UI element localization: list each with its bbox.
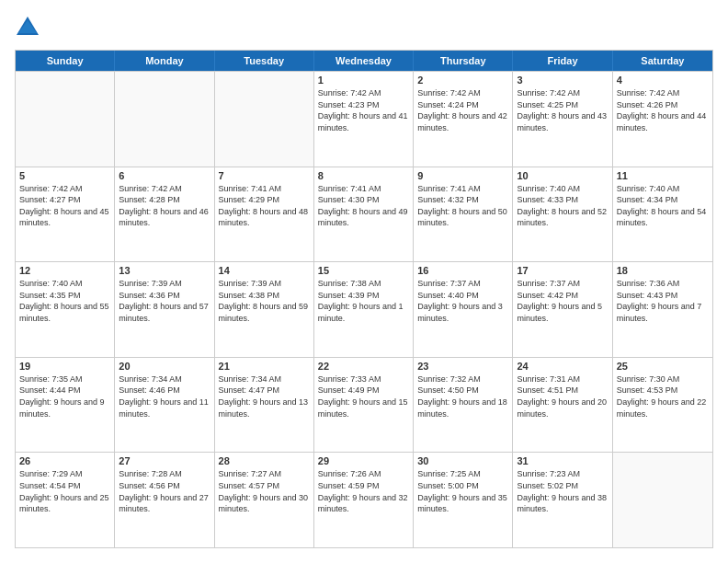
day-info: Sunrise: 7:34 AM Sunset: 4:47 PM Dayligh… [219,373,310,419]
weekday-header-saturday: Saturday [613,51,712,71]
day-info: Sunrise: 7:29 AM Sunset: 4:54 PM Dayligh… [19,468,110,514]
day-number: 10 [517,170,608,181]
day-cell-8: 8Sunrise: 7:41 AM Sunset: 4:30 PM Daylig… [314,167,414,262]
day-info: Sunrise: 7:41 AM Sunset: 4:32 PM Dayligh… [417,183,508,229]
weekday-header-friday: Friday [513,51,612,71]
day-number: 4 [617,75,709,86]
day-info: Sunrise: 7:30 AM Sunset: 4:53 PM Dayligh… [617,373,709,419]
logo [15,15,44,40]
day-number: 8 [318,170,409,181]
day-number: 30 [417,455,508,466]
calendar-header: SundayMondayTuesdayWednesdayThursdayFrid… [16,51,712,71]
day-number: 1 [318,75,409,86]
day-cell-16: 16Sunrise: 7:37 AM Sunset: 4:40 PM Dayli… [414,262,513,357]
day-info: Sunrise: 7:36 AM Sunset: 4:43 PM Dayligh… [617,278,709,324]
day-cell-26: 26Sunrise: 7:29 AM Sunset: 4:54 PM Dayli… [16,453,115,547]
day-info: Sunrise: 7:31 AM Sunset: 4:51 PM Dayligh… [517,373,608,419]
day-cell-17: 17Sunrise: 7:37 AM Sunset: 4:42 PM Dayli… [513,262,612,357]
day-info: Sunrise: 7:42 AM Sunset: 4:27 PM Dayligh… [19,183,110,229]
day-number: 31 [517,455,608,466]
svg-marker-1 [18,20,37,33]
calendar-row-4: 26Sunrise: 7:29 AM Sunset: 4:54 PM Dayli… [16,452,712,547]
weekday-header-sunday: Sunday [16,51,115,71]
day-info: Sunrise: 7:42 AM Sunset: 4:25 PM Dayligh… [517,87,608,133]
day-cell-21: 21Sunrise: 7:34 AM Sunset: 4:47 PM Dayli… [215,358,314,453]
day-info: Sunrise: 7:38 AM Sunset: 4:39 PM Dayligh… [318,278,409,324]
day-number: 6 [119,170,210,181]
day-cell-27: 27Sunrise: 7:28 AM Sunset: 4:56 PM Dayli… [115,453,214,547]
day-number: 25 [617,361,709,372]
day-number: 5 [19,170,110,181]
day-cell-empty-0-1 [115,72,214,167]
day-number: 15 [318,265,409,276]
day-cell-28: 28Sunrise: 7:27 AM Sunset: 4:57 PM Dayli… [215,453,314,547]
day-info: Sunrise: 7:39 AM Sunset: 4:36 PM Dayligh… [119,278,210,324]
day-cell-31: 31Sunrise: 7:23 AM Sunset: 5:02 PM Dayli… [513,453,612,547]
day-number: 19 [19,361,110,372]
day-cell-7: 7Sunrise: 7:41 AM Sunset: 4:29 PM Daylig… [215,167,314,262]
calendar-row-3: 19Sunrise: 7:35 AM Sunset: 4:44 PM Dayli… [16,357,712,453]
day-number: 11 [617,170,709,181]
day-info: Sunrise: 7:35 AM Sunset: 4:44 PM Dayligh… [19,373,110,419]
day-number: 7 [219,170,310,181]
day-cell-4: 4Sunrise: 7:42 AM Sunset: 4:26 PM Daylig… [613,72,712,167]
day-info: Sunrise: 7:25 AM Sunset: 5:00 PM Dayligh… [417,468,508,514]
day-info: Sunrise: 7:37 AM Sunset: 4:42 PM Dayligh… [517,278,608,324]
day-cell-3: 3Sunrise: 7:42 AM Sunset: 4:25 PM Daylig… [513,72,612,167]
day-number: 18 [617,265,709,276]
day-cell-empty-0-2 [215,72,314,167]
day-info: Sunrise: 7:42 AM Sunset: 4:23 PM Dayligh… [318,87,409,133]
calendar-body: 1Sunrise: 7:42 AM Sunset: 4:23 PM Daylig… [16,71,712,547]
day-info: Sunrise: 7:33 AM Sunset: 4:49 PM Dayligh… [318,373,409,419]
day-cell-23: 23Sunrise: 7:32 AM Sunset: 4:50 PM Dayli… [414,358,513,453]
day-cell-empty-0-0 [16,72,115,167]
day-cell-1: 1Sunrise: 7:42 AM Sunset: 4:23 PM Daylig… [314,72,414,167]
day-number: 22 [318,361,409,372]
day-info: Sunrise: 7:41 AM Sunset: 4:29 PM Dayligh… [219,183,310,229]
day-number: 21 [219,361,310,372]
day-cell-14: 14Sunrise: 7:39 AM Sunset: 4:38 PM Dayli… [215,262,314,357]
day-info: Sunrise: 7:27 AM Sunset: 4:57 PM Dayligh… [219,468,310,514]
page: SundayMondayTuesdayWednesdayThursdayFrid… [0,0,728,563]
day-number: 16 [417,265,508,276]
header [15,15,713,40]
day-cell-11: 11Sunrise: 7:40 AM Sunset: 4:34 PM Dayli… [613,167,712,262]
day-number: 29 [318,455,409,466]
day-number: 24 [517,361,608,372]
day-number: 27 [119,455,210,466]
day-cell-6: 6Sunrise: 7:42 AM Sunset: 4:28 PM Daylig… [115,167,214,262]
day-info: Sunrise: 7:40 AM Sunset: 4:33 PM Dayligh… [517,183,608,229]
day-info: Sunrise: 7:39 AM Sunset: 4:38 PM Dayligh… [219,278,310,324]
day-cell-18: 18Sunrise: 7:36 AM Sunset: 4:43 PM Dayli… [613,262,712,357]
day-number: 13 [119,265,210,276]
day-number: 14 [219,265,310,276]
day-number: 3 [517,75,608,86]
calendar-row-0: 1Sunrise: 7:42 AM Sunset: 4:23 PM Daylig… [16,71,712,167]
day-info: Sunrise: 7:42 AM Sunset: 4:24 PM Dayligh… [417,87,508,133]
day-info: Sunrise: 7:40 AM Sunset: 4:35 PM Dayligh… [19,278,110,324]
calendar-row-1: 5Sunrise: 7:42 AM Sunset: 4:27 PM Daylig… [16,167,712,262]
day-info: Sunrise: 7:23 AM Sunset: 5:02 PM Dayligh… [517,468,608,514]
calendar-row-2: 12Sunrise: 7:40 AM Sunset: 4:35 PM Dayli… [16,261,712,357]
day-number: 12 [19,265,110,276]
day-cell-19: 19Sunrise: 7:35 AM Sunset: 4:44 PM Dayli… [16,358,115,453]
day-cell-29: 29Sunrise: 7:26 AM Sunset: 4:59 PM Dayli… [314,453,414,547]
day-cell-24: 24Sunrise: 7:31 AM Sunset: 4:51 PM Dayli… [513,358,612,453]
logo-icon [15,15,40,40]
day-info: Sunrise: 7:42 AM Sunset: 4:26 PM Dayligh… [617,87,709,133]
day-number: 2 [417,75,508,86]
day-info: Sunrise: 7:26 AM Sunset: 4:59 PM Dayligh… [318,468,409,514]
day-number: 20 [119,361,210,372]
weekday-header-thursday: Thursday [414,51,513,71]
day-number: 9 [417,170,508,181]
day-info: Sunrise: 7:40 AM Sunset: 4:34 PM Dayligh… [617,183,709,229]
day-info: Sunrise: 7:42 AM Sunset: 4:28 PM Dayligh… [119,183,210,229]
day-info: Sunrise: 7:32 AM Sunset: 4:50 PM Dayligh… [417,373,508,419]
day-cell-20: 20Sunrise: 7:34 AM Sunset: 4:46 PM Dayli… [115,358,214,453]
day-info: Sunrise: 7:41 AM Sunset: 4:30 PM Dayligh… [318,183,409,229]
day-number: 23 [417,361,508,372]
day-cell-13: 13Sunrise: 7:39 AM Sunset: 4:36 PM Dayli… [115,262,214,357]
day-cell-30: 30Sunrise: 7:25 AM Sunset: 5:00 PM Dayli… [414,453,513,547]
day-number: 26 [19,455,110,466]
day-cell-9: 9Sunrise: 7:41 AM Sunset: 4:32 PM Daylig… [414,167,513,262]
